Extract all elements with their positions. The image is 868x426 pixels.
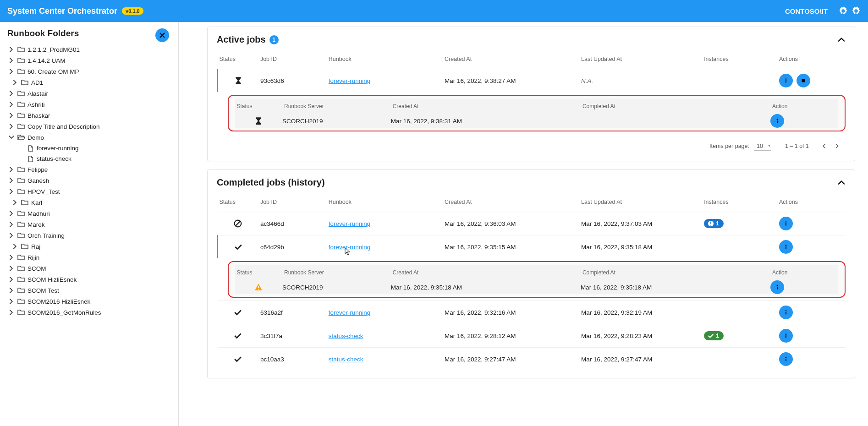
info-button[interactable] <box>770 114 784 128</box>
info-icon <box>783 220 789 227</box>
folder-icon <box>17 68 25 75</box>
info-icon <box>774 284 780 290</box>
chevron-icon <box>8 68 15 75</box>
file-icon <box>27 156 34 162</box>
stop-icon <box>800 77 807 84</box>
collapse-icon[interactable] <box>837 179 846 187</box>
folder-item[interactable]: Felippe <box>0 164 178 175</box>
info-button[interactable] <box>779 217 793 230</box>
info-icon <box>774 118 780 124</box>
active-jobs-pagination: Items per page: 10 1 – 1 of 1 <box>217 134 846 153</box>
info-button[interactable] <box>779 329 793 343</box>
folder-item[interactable]: Rijin <box>0 252 178 263</box>
instance-row: SCORCH2019 Mar 16, 2022, 9:38:31 AM <box>235 114 839 128</box>
folder-icon <box>17 210 25 217</box>
folder-item[interactable]: Copy Title and Description <box>0 121 178 132</box>
runbook-link[interactable]: status-check <box>329 333 363 339</box>
table-row[interactable]: c64d29bforever-runningMar 16, 2022, 9:35… <box>218 235 846 259</box>
info-button[interactable] <box>779 240 793 254</box>
prev-page-button[interactable] <box>818 140 831 153</box>
folder-item[interactable]: SCOM2016_GetMonRules <box>0 307 178 318</box>
table-row[interactable]: 3c31f7astatus-checkMar 16, 2022, 9:28:12… <box>218 324 846 348</box>
folder-item[interactable]: Orch Training <box>0 230 178 241</box>
folder-icon <box>17 123 25 130</box>
folder-item[interactable]: SCOM HizliEsnek <box>0 274 178 285</box>
chevron-icon <box>8 287 15 294</box>
gear-icon[interactable] <box>852 6 861 16</box>
chevron-icon <box>8 309 15 316</box>
collapse-icon[interactable] <box>837 36 846 44</box>
folder-item[interactable]: SCOM Test <box>0 285 178 296</box>
folder-item[interactable]: Bhaskar <box>0 110 178 121</box>
stop-button[interactable] <box>797 74 810 87</box>
runbook-item[interactable]: forever-running <box>0 143 178 153</box>
chevron-icon <box>8 177 15 184</box>
chevron-icon <box>12 243 18 250</box>
runbook-link[interactable]: status-check <box>329 356 363 363</box>
folder-item[interactable]: Ganesh <box>0 175 178 186</box>
info-button[interactable] <box>779 74 793 87</box>
runbook-link[interactable]: forever-running <box>329 220 371 227</box>
folder-item[interactable]: 60. Create OM MP <box>0 66 178 77</box>
items-per-page-select[interactable]: 10 <box>754 142 771 151</box>
folder-item[interactable]: 1.4.14.2 UAM <box>0 55 178 66</box>
info-button[interactable] <box>770 280 784 294</box>
folder-item[interactable]: 1.2.1.2_ProdMG01 <box>0 44 178 55</box>
runbook-link[interactable]: forever-running <box>329 77 371 84</box>
table-row[interactable]: 6316a2fforever-runningMar 16, 2022, 9:32… <box>218 301 846 324</box>
runbook-item[interactable]: status-check <box>0 153 178 164</box>
folder-item[interactable]: Alastair <box>0 88 178 99</box>
chevron-icon <box>8 57 15 64</box>
folder-icon <box>17 166 25 173</box>
main-content: Active jobs 1 Status Job ID Runbook Crea… <box>179 22 868 426</box>
settings-icon[interactable] <box>839 6 848 16</box>
info-button[interactable] <box>779 352 793 366</box>
folder-item[interactable]: Madhuri <box>0 208 178 219</box>
completed-jobs-table: Status Job ID Runbook Created At Last Up… <box>217 195 846 371</box>
folder-item[interactable]: Ashriti <box>0 99 178 110</box>
cancel-icon <box>234 219 242 228</box>
next-page-button[interactable] <box>831 140 844 153</box>
folder-icon <box>17 232 25 239</box>
active-job-instance-panel: Status Runbook Server Created At Complet… <box>228 95 846 131</box>
chevron-icon <box>8 221 15 228</box>
info-icon <box>783 244 789 250</box>
folder-item[interactable]: SCOM2016 HizliEsnek <box>0 296 178 307</box>
folder-icon <box>17 254 25 261</box>
completed-jobs-title: Completed jobs (history) <box>217 177 325 188</box>
folder-icon <box>17 287 25 294</box>
active-jobs-count: 1 <box>269 35 279 44</box>
folder-icon <box>17 298 25 305</box>
table-row[interactable]: 93c63d6 forever-running Mar 16, 2022, 9:… <box>218 69 846 93</box>
folder-item[interactable]: AD1 <box>0 77 178 88</box>
chevron-icon <box>8 90 15 97</box>
check-icon <box>234 355 242 363</box>
chevron-icon <box>8 210 15 217</box>
active-jobs-title: Active jobs <box>217 34 266 45</box>
folder-icon <box>17 101 25 108</box>
chevron-icon <box>8 265 15 272</box>
table-row[interactable]: ac3466dforever-runningMar 16, 2022, 9:36… <box>218 212 846 235</box>
info-icon <box>783 309 789 316</box>
folder-icon <box>21 199 28 206</box>
info-button[interactable] <box>779 306 793 319</box>
info-icon <box>783 333 789 339</box>
runbook-link[interactable]: forever-running <box>329 309 371 316</box>
folder-item[interactable]: SCOM <box>0 263 178 274</box>
folder-icon <box>17 46 25 53</box>
folder-item[interactable]: Demo <box>0 132 178 143</box>
chevron-icon <box>8 254 15 261</box>
folder-item[interactable]: Marek <box>0 219 178 230</box>
folder-item[interactable]: Karl <box>0 197 178 208</box>
table-row[interactable]: bc10aa3status-checkMar 16, 2022, 9:27:47… <box>218 348 846 371</box>
folder-icon <box>17 276 25 283</box>
runbook-link[interactable]: forever-running <box>329 244 371 251</box>
folder-item[interactable]: Raj <box>0 241 178 252</box>
info-icon <box>783 77 789 84</box>
instance-badge: 1 <box>704 331 724 340</box>
folder-icon <box>17 265 25 272</box>
collapse-sidebar-button[interactable] <box>155 28 169 42</box>
folder-icon <box>17 188 25 195</box>
app-header: System Center Orchestrator v0.1.0 CONTOS… <box>0 0 868 22</box>
folder-item[interactable]: HPOV_Test <box>0 186 178 197</box>
